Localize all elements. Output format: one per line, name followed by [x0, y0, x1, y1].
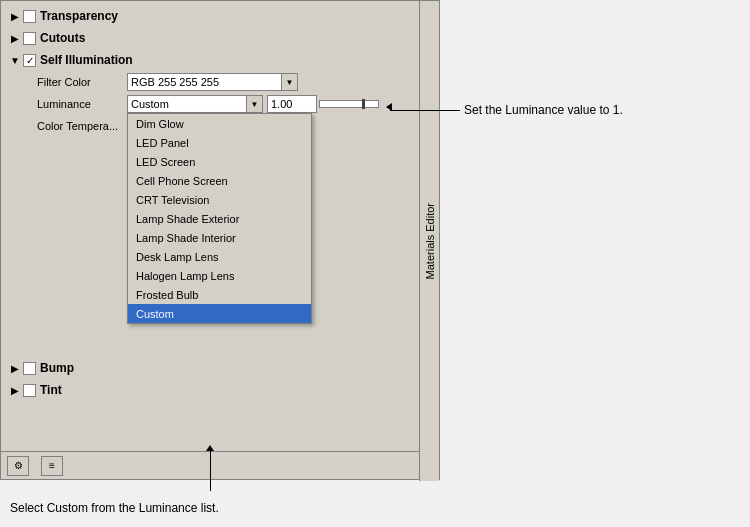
materials-panel: ▶ Transparency ▶ Cutouts ▼ Self Illumina… — [0, 0, 440, 480]
transparency-label: Transparency — [40, 9, 118, 23]
arrow-line-vertical — [210, 451, 211, 491]
luminance-label: Luminance — [37, 98, 127, 110]
self-illumination-row[interactable]: ▼ Self Illumination — [1, 49, 439, 71]
cutouts-checkbox[interactable] — [23, 32, 36, 45]
bump-label: Bump — [40, 361, 74, 375]
dropdown-item-led-screen[interactable]: LED Screen — [128, 152, 311, 171]
dropdown-item-lamp-shade-ext[interactable]: Lamp Shade Exterior — [128, 209, 311, 228]
cutouts-row[interactable]: ▶ Cutouts — [1, 27, 439, 49]
settings-button[interactable]: ⚙ — [7, 456, 29, 476]
filter-color-input[interactable]: RGB 255 255 255 — [127, 73, 282, 91]
luminance-thumb — [362, 99, 365, 109]
dropdown-item-led-panel[interactable]: LED Panel — [128, 133, 311, 152]
expand-icon[interactable]: ▶ — [9, 10, 21, 22]
filter-color-label: Filter Color — [37, 76, 127, 88]
luminance-arrow[interactable]: ▼ — [247, 95, 263, 113]
dropdown-item-custom[interactable]: Custom — [128, 304, 311, 323]
dropdown-item-dim-glow[interactable]: Dim Glow — [128, 114, 311, 133]
dropdown-item-halogen[interactable]: Halogen Lamp Lens — [128, 266, 311, 285]
expand-icon-self-illum[interactable]: ▼ — [9, 54, 21, 66]
tint-label: Tint — [40, 383, 62, 397]
list-button[interactable]: ≡ — [41, 456, 63, 476]
arrow-head-up — [206, 445, 214, 451]
self-illumination-checkbox[interactable] — [23, 54, 36, 67]
luminance-dropdown[interactable]: Dim Glow LED Panel LED Screen Cell Phone… — [127, 113, 312, 324]
arrow-line-luminance — [390, 110, 460, 111]
luminance-value-input[interactable]: 1.00 — [267, 95, 317, 113]
expand-icon-bump[interactable]: ▶ — [9, 362, 21, 374]
dropdown-item-crt[interactable]: CRT Television — [128, 190, 311, 209]
dropdown-item-lamp-shade-int[interactable]: Lamp Shade Interior — [128, 228, 311, 247]
materials-editor-tab[interactable]: Materials Editor — [419, 1, 439, 481]
dropdown-item-desk-lamp[interactable]: Desk Lamp Lens — [128, 247, 311, 266]
luminance-select-wrapper: Custom ▼ Dim Glow LED Panel LED Screen C… — [127, 95, 263, 113]
cutouts-label: Cutouts — [40, 31, 85, 45]
bottom-caption-label: Select Custom from the Luminance list. — [0, 501, 750, 515]
bump-row[interactable]: ▶ Bump — [1, 357, 439, 379]
luminance-annotation-label: Set the Luminance value to 1. — [464, 103, 623, 117]
list-icon: ≡ — [49, 460, 55, 471]
tab-label: Materials Editor — [424, 203, 436, 279]
bump-checkbox[interactable] — [23, 362, 36, 375]
arrow-head-luminance — [386, 103, 392, 111]
luminance-row: Luminance Custom ▼ Dim Glow LED Panel LE… — [1, 93, 439, 115]
luminance-annotation: Set the Luminance value to 1. — [390, 103, 623, 117]
transparency-row[interactable]: ▶ Transparency — [1, 5, 439, 27]
filter-color-arrow[interactable]: ▼ — [282, 73, 298, 91]
expand-icon-cutouts[interactable]: ▶ — [9, 32, 21, 44]
gear-icon: ⚙ — [14, 460, 23, 471]
color-temp-label: Color Tempera... — [37, 120, 127, 132]
filter-color-row: Filter Color RGB 255 255 255 ▼ — [1, 71, 439, 93]
dropdown-item-cell-phone[interactable]: Cell Phone Screen — [128, 171, 311, 190]
transparency-checkbox[interactable] — [23, 10, 36, 23]
luminance-select[interactable]: Custom — [127, 95, 247, 113]
luminance-slider[interactable] — [319, 100, 379, 108]
tint-checkbox[interactable] — [23, 384, 36, 397]
panel-content: ▶ Transparency ▶ Cutouts ▼ Self Illumina… — [1, 1, 439, 451]
expand-icon-tint[interactable]: ▶ — [9, 384, 21, 396]
tint-row[interactable]: ▶ Tint — [1, 379, 439, 401]
self-illumination-label: Self Illumination — [40, 53, 133, 67]
panel-bottom-bar: ⚙ ≡ — [1, 451, 439, 479]
dropdown-item-frosted[interactable]: Frosted Bulb — [128, 285, 311, 304]
